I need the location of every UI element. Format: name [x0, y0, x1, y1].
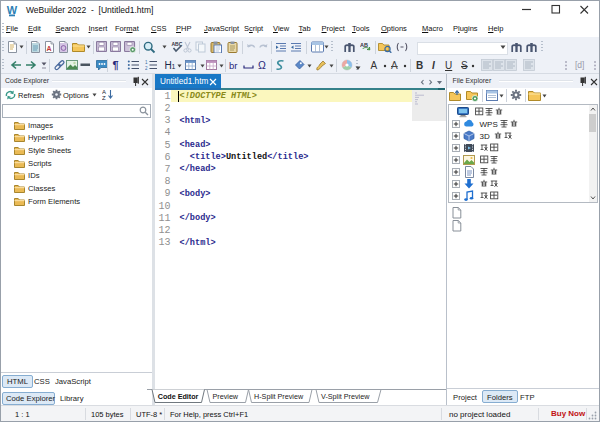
svg-text:1: 1 — [145, 60, 148, 65]
svg-text:Preview: Preview — [213, 392, 239, 401]
svg-text:A: A — [46, 45, 51, 52]
svg-text:2: 2 — [145, 66, 148, 71]
svg-text:Z: Z — [102, 95, 106, 100]
svg-text:V-Split Preview: V-Split Preview — [321, 392, 370, 401]
svg-text:H-Split Preview: H-Split Preview — [254, 392, 304, 401]
svg-text:AB: AB — [360, 42, 368, 48]
svg-text:W: W — [7, 4, 18, 16]
svg-text:Code Editor: Code Editor — [158, 392, 199, 401]
